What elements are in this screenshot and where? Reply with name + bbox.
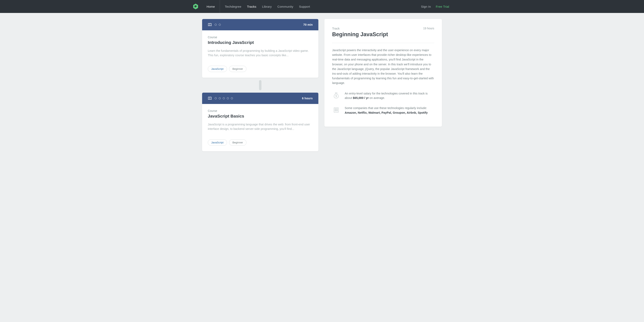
money-bag-icon [332, 91, 340, 99]
course-label: Course [208, 109, 313, 113]
svg-rect-0 [334, 108, 338, 113]
nav-techdegree[interactable]: Techdegree [222, 0, 244, 13]
track-description: JavaScript powers the interactivity and … [332, 48, 434, 86]
progress-dot [227, 97, 229, 99]
nav-tracks[interactable]: Tracks [244, 0, 259, 13]
course-card-header: 6 hours [202, 93, 318, 104]
card-connector [259, 80, 262, 90]
svg-rect-4 [336, 110, 338, 111]
course-label: Course [208, 36, 313, 39]
course-description: JavaScript is a programming language tha… [208, 122, 313, 131]
course-title: Introducing JavaScript [208, 40, 313, 45]
nav-free-trial[interactable]: Free Trial [434, 0, 452, 13]
treehouse-logo[interactable] [192, 3, 199, 10]
course-card[interactable]: 70 min Course Introducing JavaScript Lea… [202, 19, 318, 78]
nav-library[interactable]: Library [259, 0, 274, 13]
companies-info: Some companies that use these technologi… [332, 106, 434, 115]
course-title: JavaScript Basics [208, 114, 313, 119]
progress-dot [215, 24, 217, 26]
nav-support[interactable]: Support [296, 0, 313, 13]
course-tags: JavaScriptBeginner [208, 66, 313, 72]
progress-dot [219, 97, 221, 99]
track-label: Track [332, 27, 423, 30]
nav-signin[interactable]: Sign In [418, 0, 434, 13]
salary-value: $65,000 / yr [353, 96, 368, 100]
building-icon [332, 106, 340, 114]
companies-value: Amazon, Netflix, Walmart, PayPal, Groupo… [345, 111, 428, 114]
svg-rect-1 [335, 109, 336, 110]
salary-info: An entry-level salary for the technologi… [332, 91, 434, 100]
tag-javascript[interactable]: JavaScript [208, 66, 227, 72]
book-icon [208, 96, 212, 100]
nav-home[interactable]: Home [204, 0, 220, 13]
course-tags: JavaScriptBeginner [208, 139, 313, 146]
course-duration: 6 hours [302, 97, 313, 100]
book-icon [208, 23, 212, 27]
course-duration: 70 min [303, 23, 313, 26]
course-description: Learn the fundamentals of programming by… [208, 48, 313, 58]
progress-dot [231, 97, 233, 99]
progress-dot [215, 97, 217, 99]
track-summary-card: Track Beginning JavaScript 19 hours Java… [324, 19, 442, 127]
course-card[interactable]: 6 hours Course JavaScript Basics JavaScr… [202, 93, 318, 151]
track-title: Beginning JavaScript [332, 31, 423, 38]
progress-dots [215, 24, 221, 26]
tag-beginner[interactable]: Beginner [229, 139, 246, 146]
progress-dot [219, 24, 221, 26]
tag-beginner[interactable]: Beginner [229, 66, 246, 72]
topbar: Home TechdegreeTracksLibraryCommunitySup… [0, 0, 644, 13]
svg-rect-3 [335, 110, 336, 111]
salary-suffix: on average. [369, 96, 385, 100]
nav-community[interactable]: Community [274, 0, 296, 13]
progress-dots [215, 97, 233, 99]
divider [332, 43, 434, 43]
svg-rect-2 [336, 109, 338, 110]
tag-javascript[interactable]: JavaScript [208, 139, 227, 146]
companies-prefix: Some companies that use these technologi… [345, 106, 427, 110]
track-hours: 19 hours [423, 27, 434, 30]
course-card-header: 70 min [202, 19, 318, 30]
progress-dot [223, 97, 225, 99]
